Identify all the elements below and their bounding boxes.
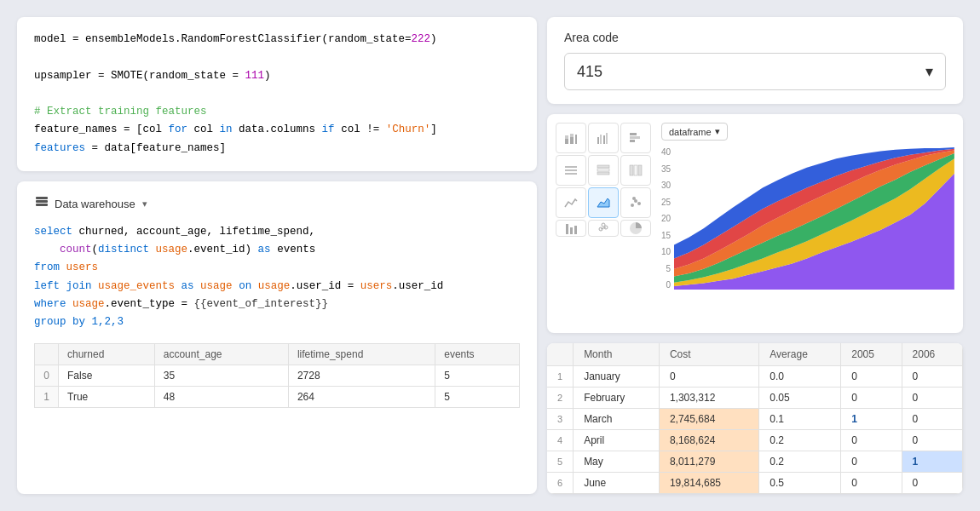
chart-svg bbox=[674, 147, 954, 290]
code-line-1: model = ensembleModels.RandomForestClass… bbox=[34, 31, 520, 49]
row-2006: 0 bbox=[902, 473, 962, 494]
row-0-idx: 0 bbox=[35, 365, 59, 387]
row-0-events: 5 bbox=[435, 365, 520, 387]
cluster-icon[interactable] bbox=[588, 220, 619, 237]
code-card: model = ensembleModels.RandomForestClass… bbox=[17, 17, 537, 171]
svg-rect-19 bbox=[597, 169, 609, 171]
dt-col-cost: Cost bbox=[659, 343, 758, 366]
dt-col-2005: 2005 bbox=[841, 343, 902, 366]
svg-point-25 bbox=[631, 204, 634, 207]
left-panel: model = ensembleModels.RandomForestClass… bbox=[17, 17, 537, 494]
svg-rect-31 bbox=[574, 226, 577, 234]
bar-horizontal-icon[interactable] bbox=[620, 123, 651, 153]
row-2006: 0 bbox=[902, 366, 962, 388]
chart-dropdown-chevron: ▾ bbox=[715, 126, 720, 137]
table-lines-icon[interactable] bbox=[556, 155, 586, 186]
row-average: 0.05 bbox=[759, 388, 841, 409]
dt-col-month: Month bbox=[574, 343, 660, 366]
svg-rect-8 bbox=[597, 137, 599, 144]
area-code-value: 415 bbox=[577, 63, 602, 81]
area-code-card: Area code 415 ▾ bbox=[547, 17, 963, 104]
row-month: March bbox=[574, 409, 660, 430]
svg-rect-10 bbox=[603, 135, 605, 144]
row-2006: 0 bbox=[902, 388, 962, 409]
col-header-account-age: account_age bbox=[154, 344, 288, 365]
dt-col-average: Average bbox=[759, 343, 841, 366]
svg-rect-1 bbox=[36, 204, 48, 206]
chart-dropdown[interactable]: dataframe ▾ bbox=[661, 123, 728, 141]
sql-line-6: group by 1,2,3 bbox=[34, 313, 520, 331]
bar-grouped-icon[interactable] bbox=[588, 123, 619, 153]
row-cost: 1,303,312 bbox=[659, 388, 758, 409]
table-row: 1 True 48 264 5 bbox=[35, 387, 520, 408]
bar-stacked-icon[interactable] bbox=[556, 123, 586, 153]
row-average: 0.2 bbox=[759, 430, 841, 451]
table-row: 3 March 2,745,684 0.1 1 0 bbox=[547, 409, 963, 430]
row-num: 4 bbox=[547, 430, 574, 451]
area-chart-icon[interactable] bbox=[588, 187, 619, 218]
dt-col-2006: 2006 bbox=[902, 343, 962, 366]
row-1-churned: True bbox=[59, 387, 155, 408]
line-chart-icon[interactable] bbox=[556, 187, 586, 218]
row-2006: 0 bbox=[902, 409, 962, 430]
table-row: 5 May 8,011,279 0.2 0 1 bbox=[547, 451, 963, 473]
code-line-4 bbox=[34, 85, 520, 103]
svg-rect-0 bbox=[36, 200, 48, 203]
sql-line-2: count(distinct usage.event_id) as events bbox=[34, 241, 520, 259]
row-0-account-age: 35 bbox=[154, 365, 288, 387]
result-table: churned account_age lifetime_spend event… bbox=[34, 343, 520, 408]
row-0-lifetime-spend: 2728 bbox=[288, 365, 435, 387]
svg-rect-23 bbox=[638, 165, 642, 175]
svg-rect-18 bbox=[597, 165, 609, 168]
svg-rect-29 bbox=[566, 224, 568, 234]
pie-chart-icon[interactable] bbox=[620, 220, 651, 237]
col-header-churned: churned bbox=[59, 344, 155, 365]
row-2005: 0 bbox=[841, 451, 902, 473]
dw-header[interactable]: Data warehouse ▾ bbox=[34, 195, 520, 213]
area-code-title: Area code bbox=[564, 31, 946, 44]
area-code-dropdown[interactable]: 415 ▾ bbox=[564, 53, 946, 90]
code-line-5: # Extract training features bbox=[34, 103, 520, 121]
dw-chevron-icon: ▾ bbox=[142, 198, 147, 210]
row-month: June bbox=[574, 473, 660, 494]
scatter-chart-icon[interactable] bbox=[620, 187, 651, 218]
chart-toolbar: dataframe ▾ bbox=[661, 123, 954, 141]
svg-rect-22 bbox=[634, 165, 637, 175]
row-1-idx: 1 bbox=[35, 387, 59, 408]
row-cost: 19,814,685 bbox=[659, 473, 758, 494]
data-table-card: Month Cost Average 2005 2006 1 January 0… bbox=[547, 343, 963, 494]
row-2006: 1 bbox=[902, 451, 962, 473]
dt-col-num bbox=[547, 343, 574, 366]
col-header-idx bbox=[35, 344, 59, 365]
table-cols-icon[interactable] bbox=[620, 155, 651, 186]
table-row: 0 False 35 2728 5 bbox=[35, 365, 520, 387]
data-table: Month Cost Average 2005 2006 1 January 0… bbox=[547, 343, 963, 494]
col-header-lifetime-spend: lifetime_spend bbox=[288, 344, 435, 365]
table-row: 4 April 8,168,624 0.2 0 0 bbox=[547, 430, 963, 451]
sql-line-5: where usage.event_type = {{event_of_inte… bbox=[34, 296, 520, 313]
dw-label: Data warehouse bbox=[55, 198, 135, 210]
row-num: 6 bbox=[547, 473, 574, 494]
row-average: 0.2 bbox=[759, 451, 841, 473]
row-month: January bbox=[574, 366, 660, 388]
row-2005: 0 bbox=[841, 366, 902, 388]
row-2005: 1 bbox=[841, 409, 902, 430]
row-2005: 0 bbox=[841, 430, 902, 451]
svg-rect-14 bbox=[630, 140, 635, 142]
code-line-3: upsampler = SMOTE(random_state = 111) bbox=[34, 67, 520, 85]
row-num: 5 bbox=[547, 451, 574, 473]
row-1-lifetime-spend: 264 bbox=[288, 387, 435, 408]
row-cost: 8,011,279 bbox=[659, 451, 758, 473]
svg-point-28 bbox=[632, 197, 636, 200]
svg-rect-21 bbox=[630, 165, 633, 175]
chevron-down-icon: ▾ bbox=[925, 62, 933, 81]
svg-point-35 bbox=[602, 223, 605, 227]
chart-card: dataframe ▾ 40 35 30 25 20 15 10 5 0 bbox=[547, 114, 963, 333]
svg-rect-13 bbox=[630, 136, 640, 139]
svg-rect-11 bbox=[606, 133, 608, 144]
col-header-events: events bbox=[435, 344, 520, 365]
table-rows-icon[interactable] bbox=[588, 155, 619, 186]
row-average: 0.0 bbox=[759, 366, 841, 388]
bar-single-icon[interactable] bbox=[556, 220, 586, 237]
right-panel: Area code 415 ▾ bbox=[547, 17, 963, 494]
